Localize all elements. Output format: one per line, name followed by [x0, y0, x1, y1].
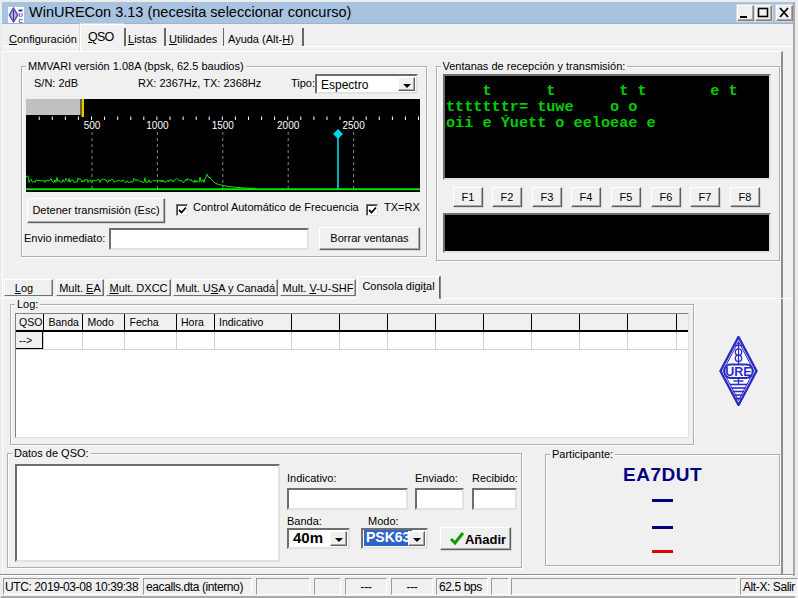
svg-text:1000: 1000	[146, 120, 169, 131]
svg-text:C: C	[19, 18, 24, 24]
svg-text:1500: 1500	[212, 120, 235, 131]
svg-text:2500: 2500	[342, 120, 365, 131]
svg-text:500: 500	[84, 120, 101, 131]
svg-text:2000: 2000	[277, 120, 300, 131]
svg-text:URE: URE	[725, 365, 751, 379]
